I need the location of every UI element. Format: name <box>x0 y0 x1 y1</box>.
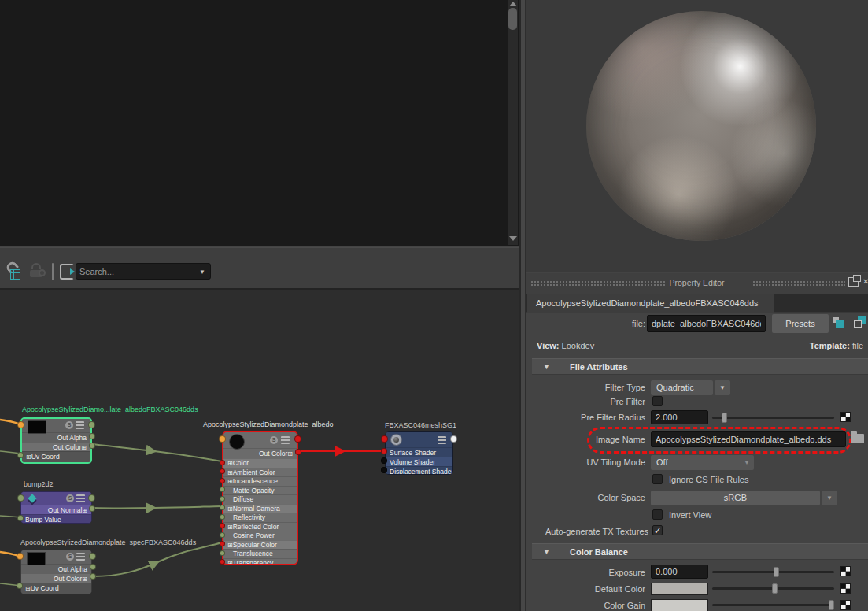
port-dot[interactable] <box>220 541 225 546</box>
port-dot[interactable] <box>381 435 388 443</box>
port-row-color[interactable]: ⊞Color <box>223 458 297 468</box>
ignore-cs-checkbox[interactable] <box>652 474 663 484</box>
section-file-attributes[interactable]: ▼ File Attributes <box>532 358 868 375</box>
port-dot[interactable] <box>88 421 95 428</box>
default-color-slider[interactable] <box>712 587 834 590</box>
slider-thumb[interactable] <box>772 583 778 594</box>
property-editor-titlebar[interactable]: Property Editor ✕ <box>526 273 868 294</box>
port-dot[interactable] <box>90 573 96 580</box>
restore-graph-icon[interactable] <box>30 264 47 281</box>
port-row-uv-coord[interactable]: ⊞Uv Coord <box>21 583 91 594</box>
port-row-reflected-color[interactable]: ⊞Reflected Color <box>223 522 297 531</box>
search-field[interactable]: ▼ <box>76 263 211 280</box>
port-row-incandescence[interactable]: ⊞Incandescence <box>223 476 297 486</box>
port-dot[interactable] <box>89 433 95 439</box>
port-dot[interactable] <box>381 467 387 473</box>
port-dot[interactable] <box>220 514 225 520</box>
browser-viewport[interactable] <box>0 0 519 246</box>
panel-splitter[interactable] <box>519 0 526 611</box>
template-value[interactable]: file <box>852 341 863 350</box>
color-gain-slider[interactable] <box>712 604 834 606</box>
port-dot[interactable] <box>294 435 301 443</box>
node-shading-group[interactable]: Surface Shader Volume Shader Displacemen… <box>385 431 453 475</box>
port-row-volume-shader[interactable]: Volume Shader <box>386 457 452 466</box>
port-row-bump-value[interactable]: Bump Value <box>21 514 91 523</box>
pre-filter-radius-slider[interactable] <box>712 417 834 419</box>
view-value[interactable]: Lookdev <box>562 341 595 350</box>
uv-tiling-dropdown[interactable]: Off <box>651 455 754 470</box>
port-dot[interactable] <box>220 487 225 492</box>
port-row-matte-opacity[interactable]: Matte Opacity <box>223 486 297 495</box>
browse-folder-icon[interactable] <box>851 434 864 443</box>
layered-squares-icon-small[interactable] <box>833 317 845 329</box>
exposure-field[interactable] <box>651 565 708 579</box>
port-dot[interactable] <box>17 553 24 560</box>
port-dot[interactable] <box>295 449 301 455</box>
scrollbar-thumb[interactable] <box>508 8 517 30</box>
scroll-down-icon[interactable] <box>509 236 517 241</box>
color-space-arrow-icon[interactable]: ▼ <box>822 491 837 505</box>
port-dot[interactable] <box>17 421 24 428</box>
node-name-field[interactable] <box>647 315 766 332</box>
port-row-ambient-color[interactable]: ⊞Ambient Color <box>223 468 297 477</box>
port-row-displacement-shader[interactable]: Displacement Shader <box>386 466 452 474</box>
node-file-albedo[interactable]: S Out Alpha Out Color⊞ ⊞Uv Coord <box>20 417 92 464</box>
port-row-out-color[interactable]: Out Color⊞ <box>223 448 297 458</box>
port-row-out-color[interactable]: Out Color⊞ <box>22 442 90 451</box>
node-bump2d2[interactable]: S Out Normal⊞ Bump Value <box>20 491 92 524</box>
node-file-spec[interactable]: S Out Alpha Out Color⊞ ⊞Uv Coord <box>20 550 92 594</box>
port-dot[interactable] <box>381 457 387 464</box>
filter-type-arrow-icon[interactable]: ▼ <box>715 380 730 395</box>
filter-type-dropdown[interactable]: Quadratic <box>651 380 713 395</box>
section-color-balance[interactable]: ▼ Color Balance <box>532 543 868 560</box>
port-dot[interactable] <box>220 468 225 474</box>
port-dot[interactable] <box>17 452 24 458</box>
color-gain-swatch[interactable] <box>651 599 708 611</box>
port-dot[interactable] <box>450 435 457 443</box>
port-row-out-color[interactable]: Out Color⊞ <box>21 573 91 583</box>
color-space-dropdown[interactable]: sRGB <box>651 491 820 505</box>
port-dot[interactable] <box>89 553 96 560</box>
port-dot[interactable] <box>17 583 23 589</box>
snap-to-grid-icon[interactable] <box>6 264 25 283</box>
port-dot[interactable] <box>90 564 96 570</box>
layered-squares-icon-large[interactable] <box>854 316 867 329</box>
port-dot[interactable] <box>220 550 225 556</box>
material-preview-view[interactable] <box>526 0 868 272</box>
rearrange-graph-icon[interactable] <box>60 264 77 281</box>
search-input[interactable] <box>79 265 188 278</box>
port-dot[interactable] <box>220 496 225 502</box>
port-dot[interactable] <box>381 448 387 454</box>
texture-map-icon[interactable] <box>840 412 851 422</box>
search-dropdown-icon[interactable]: ▼ <box>199 268 205 276</box>
port-row-specular-color[interactable]: ⊞Specular Color <box>223 540 297 550</box>
port-row-diffuse[interactable]: Diffuse <box>223 494 297 504</box>
exposure-slider[interactable] <box>712 571 834 573</box>
viewport-scrollbar[interactable] <box>508 0 518 245</box>
port-dot[interactable] <box>89 505 95 512</box>
pre-filter-checkbox[interactable] <box>652 396 663 406</box>
texture-map-icon[interactable] <box>840 583 851 594</box>
port-dot[interactable] <box>89 443 95 449</box>
port-row-out-normal[interactable]: Out Normal⊞ <box>21 505 91 514</box>
close-icon[interactable]: ✕ <box>862 277 868 286</box>
autogen-checkbox[interactable]: ✓ <box>652 525 663 535</box>
texture-map-icon[interactable] <box>840 600 851 610</box>
port-row-reflectivity[interactable]: Reflectivity <box>223 513 297 522</box>
slider-thumb[interactable] <box>722 413 727 423</box>
node-shader-albedo[interactable]: S Out Color⊞ ⊞Color ⊞Ambient Color ⊞Inca… <box>222 431 298 565</box>
port-row-normal-camera[interactable]: ⊞Normal Camera <box>223 504 297 513</box>
port-dot[interactable] <box>88 494 95 502</box>
tab-file-node[interactable]: ApocolypseStylizedDiamondplate_albedoFBX… <box>527 294 774 313</box>
slider-thumb[interactable] <box>829 600 834 610</box>
invert-view-checkbox[interactable] <box>652 509 663 520</box>
slider-thumb[interactable] <box>774 567 779 577</box>
uv-tiling-arrow-icon[interactable]: ▼ <box>740 455 754 470</box>
port-dot[interactable] <box>17 494 24 502</box>
port-dot[interactable] <box>220 505 225 510</box>
scroll-up-icon[interactable] <box>509 2 517 6</box>
pre-filter-radius-field[interactable] <box>651 410 708 424</box>
image-name-field[interactable] <box>651 431 846 447</box>
presets-button[interactable]: Presets <box>772 314 829 333</box>
default-color-swatch[interactable] <box>651 583 708 595</box>
